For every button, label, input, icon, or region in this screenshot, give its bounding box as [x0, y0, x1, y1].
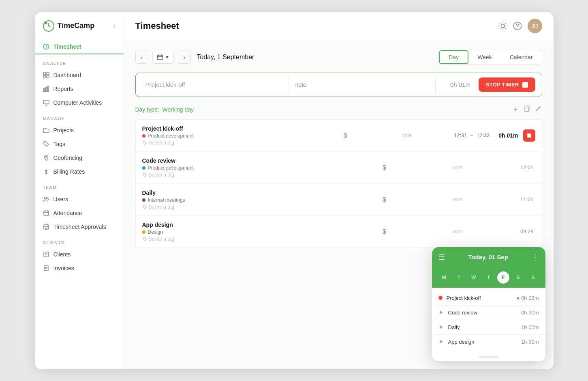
sidebar-item-timesheet-approvals[interactable]: Timesheet Approvals — [35, 220, 124, 234]
popup-play-button-2[interactable] — [438, 310, 444, 315]
users-icon — [43, 196, 49, 202]
list-item: Project kick-off ● 0h 02m — [432, 291, 545, 306]
table-row: Code review Product development Select a… — [136, 152, 542, 184]
entry-billing-3[interactable]: $ — [368, 196, 401, 203]
date-label: Today, 1 September — [197, 54, 254, 61]
calendar-dropdown-icon: ▼ — [165, 54, 170, 60]
timer-bar: 0h 01m STOP TIMER — [135, 73, 542, 97]
timer-divider — [289, 77, 289, 93]
week-day-fri[interactable]: F — [497, 271, 509, 284]
next-date-button[interactable]: › — [178, 51, 191, 64]
date-nav: ‹ ▼ › Today, 1 September Day Week Calend… — [135, 50, 542, 65]
week-day-sat[interactable]: S — [512, 271, 524, 284]
project-dot-1 — [142, 134, 145, 138]
tag-small-icon-4 — [142, 237, 147, 241]
sidebar-item-clients[interactable]: Clients — [35, 248, 124, 261]
sidebar-item-users[interactable]: Users — [35, 192, 124, 206]
sidebar-item-reports-label: Reports — [53, 86, 73, 92]
entry-project-label-3: Internal meetings — [148, 197, 185, 203]
entry-duration-4: 09:29 — [520, 228, 535, 235]
timer-divider-2 — [435, 77, 436, 93]
popup-menu-button[interactable]: ☰ — [438, 253, 445, 262]
entry-stop-button-1[interactable] — [523, 129, 535, 142]
entry-note-1[interactable]: note — [359, 132, 454, 138]
timer-task-input[interactable] — [142, 81, 282, 88]
sidebar-item-projects[interactable]: Projects — [35, 123, 124, 137]
sidebar-item-invoices[interactable]: Invoices — [35, 261, 124, 275]
sidebar-collapse-button[interactable]: ‹ — [113, 22, 115, 30]
entry-billing-1[interactable]: $ — [331, 132, 359, 139]
view-calendar-button[interactable]: Calendar — [501, 50, 542, 64]
sidebar-item-reports[interactable]: Reports — [35, 82, 124, 96]
entry-note-2[interactable]: note — [401, 164, 514, 170]
calendar-picker-button[interactable]: ▼ — [152, 51, 174, 64]
entry-dash-1: – — [470, 132, 473, 138]
entry-tag-3[interactable]: Select a tag — [142, 204, 368, 210]
week-day-tue[interactable]: T — [453, 271, 465, 284]
sidebar-item-computer-activities[interactable]: Computer Activities — [35, 96, 124, 110]
entry-billing-4[interactable]: $ — [368, 228, 401, 235]
sidebar-item-tags[interactable]: Tags — [35, 137, 124, 151]
add-entry-button[interactable]: + — [513, 105, 518, 114]
edit-day-button[interactable] — [535, 105, 542, 114]
copy-entries-button[interactable] — [523, 105, 530, 114]
theme-toggle-button[interactable] — [498, 22, 507, 30]
popup-entry-name-4: App design — [448, 339, 517, 345]
popup-entry-time-1: ● 0h 02m — [517, 295, 539, 301]
help-icon — [513, 22, 522, 30]
entry-tag-placeholder-4: Select a tag — [149, 236, 174, 242]
entry-tag-1[interactable]: Select a tag — [142, 140, 331, 146]
sidebar-item-timesheet[interactable]: Timesheet — [35, 40, 124, 54]
popup-card: ☰ Today, 01 Sep ⋮ M T W T F S S Project … — [432, 247, 545, 361]
sidebar-item-billing-rates-label: Billing Rates — [53, 168, 85, 175]
popup-entry-time-4: 1h 30m — [521, 339, 539, 345]
sidebar-item-dashboard[interactable]: Dashboard — [35, 68, 124, 82]
entry-tag-2[interactable]: Select a tag — [142, 172, 368, 178]
svg-rect-8 — [45, 87, 47, 92]
week-row: M T W T F S S — [432, 267, 545, 288]
attendance-icon — [43, 210, 49, 216]
project-dot-3 — [142, 198, 145, 202]
sidebar-item-attendance[interactable]: Attendance — [35, 206, 124, 220]
popup-play-button-3[interactable] — [438, 324, 444, 330]
dollar-icon — [43, 168, 49, 175]
section-team: TEAM — [35, 179, 124, 192]
timer-time-display: 0h 01m — [450, 81, 470, 88]
svg-rect-9 — [47, 86, 49, 92]
avatar[interactable]: JD — [528, 19, 542, 33]
week-day-wed[interactable]: W — [468, 271, 480, 284]
svg-rect-22 — [525, 107, 529, 112]
view-day-button[interactable]: Day — [439, 50, 468, 64]
help-button[interactable] — [513, 22, 522, 30]
week-day-thu[interactable]: T — [482, 271, 494, 284]
day-info: Day type: Working day + — [135, 105, 542, 114]
popup-more-button[interactable]: ⋮ — [532, 253, 539, 262]
popup-play-button-4[interactable] — [438, 339, 444, 344]
week-day-sun[interactable]: S — [527, 271, 539, 284]
play-icon-4 — [438, 339, 444, 344]
entry-name-1: Project kick-off — [142, 125, 331, 132]
entry-tag-placeholder-3: Select a tag — [149, 204, 174, 210]
entry-project-label-4: Design — [148, 229, 163, 235]
section-manage: MANAGE — [35, 110, 124, 123]
svg-rect-10 — [43, 100, 49, 104]
timer-note-input[interactable] — [295, 82, 429, 88]
week-day-mon[interactable]: M — [438, 271, 450, 284]
entry-info-3: Daily Internal meetings Select a tag — [142, 189, 368, 210]
sidebar-item-dashboard-label: Dashboard — [53, 72, 81, 78]
timecamp-logo-icon — [43, 20, 54, 32]
section-analyze: ANALYZE — [35, 54, 124, 68]
project-dot-4 — [142, 230, 145, 234]
sidebar-item-billing-rates[interactable]: Billing Rates — [35, 165, 124, 179]
entry-info-2: Code review Product development Select a… — [142, 157, 368, 178]
view-week-button[interactable]: Week — [468, 50, 501, 64]
stop-timer-button[interactable]: STOP TIMER — [479, 77, 535, 92]
entry-tag-4[interactable]: Select a tag — [142, 236, 368, 242]
entry-billing-2[interactable]: $ — [368, 164, 401, 171]
entry-note-4[interactable]: note — [401, 228, 514, 235]
entry-note-3[interactable]: note — [401, 196, 514, 202]
entry-times-1: 12:31 – 12:33 — [454, 132, 490, 138]
svg-marker-25 — [440, 340, 443, 344]
prev-date-button[interactable]: ‹ — [135, 51, 148, 64]
sidebar-item-geofencing[interactable]: Geofencing — [35, 151, 124, 165]
